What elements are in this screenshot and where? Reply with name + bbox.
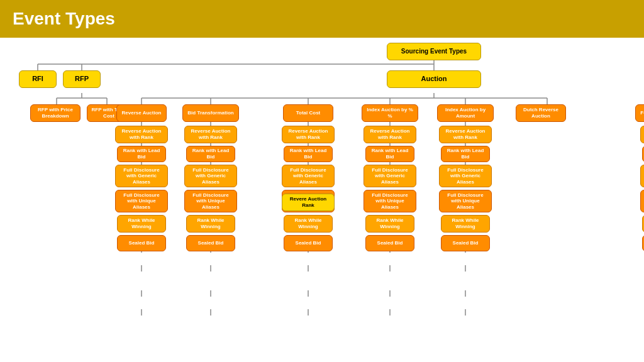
node-full-gen-3: Full Disclosure with Generic Aliases	[282, 165, 335, 187]
node-full-uniq-fa1: Full Disclosure with Unique Aliases	[640, 190, 644, 212]
node-full-gen-1: Full Disclosure with Generic Aliases	[115, 165, 168, 187]
node-ra-rank-3: Reverse Auction with Rank	[282, 126, 335, 143]
node-rfp: RFP	[63, 70, 101, 88]
node-bid-transformation: Bid Transformation	[182, 104, 239, 122]
node-full-gen-4: Full Disclosure with Generic Aliases	[364, 165, 416, 187]
header: Event Types	[0, 0, 644, 38]
node-full-uniq-5: Full Disclosure with Unique Aliases	[439, 190, 492, 212]
node-sealed-3: Sealed Bid	[284, 235, 333, 251]
diagram-area: Sourcing Event Types RFI RFP Auction For…	[0, 38, 644, 362]
node-index-pct: Index Auction by % %	[362, 104, 418, 122]
node-full-uniq-1: Full Disclosure with Unique Aliases	[115, 190, 168, 212]
node-ra-rank-1: Reverse Auction with Rank	[115, 126, 168, 143]
node-rank-lead-4: Rank with Lead Bid	[365, 146, 414, 162]
node-sealed-1: Sealed Bid	[117, 235, 166, 251]
node-ra-rank-5: Reverse Auction with Rank	[439, 126, 492, 143]
node-full-gen-fa1: Full Disclosure with Generic Aliases	[640, 165, 644, 187]
node-auction: Auction	[387, 70, 481, 88]
node-sealed-5: Sealed Bid	[441, 235, 490, 251]
node-rank-lead-1: Rank with Lead Bid	[117, 146, 166, 162]
node-total-cost: Total Cost	[283, 104, 333, 122]
node-full-gen-5: Full Disclosure with Generic Aliases	[439, 165, 492, 187]
node-forward-auction-child: Forward Auction	[635, 104, 644, 122]
node-ra-rank-2: Reverse Auction with Rank	[184, 126, 237, 143]
node-rfi: RFI	[19, 70, 57, 88]
node-full-gen-2: Full Disclosure with Generic Aliases	[184, 165, 237, 187]
node-full-uniq-2: Full Disclosure with Unique Aliases	[184, 190, 237, 212]
node-reverse-auction: Reverse Auction	[116, 104, 167, 122]
event-types-chart: Sourcing Event Types RFI RFP Auction For…	[0, 38, 644, 352]
node-revere-rank: Revere Auction Rank	[282, 194, 335, 211]
node-rank-win-5: Rank While Winning	[441, 215, 490, 233]
node-sealed-2: Sealed Bid	[186, 235, 235, 251]
node-rank-lead-5: Rank with Lead Bid	[441, 146, 490, 162]
node-index-amount: Index Auction by Amount	[437, 104, 494, 122]
node-full-uniq-4: Full Disclosure with Unique Aliases	[364, 190, 416, 212]
node-sealed-4: Sealed Bid	[365, 235, 414, 251]
node-rank-lead-3: Rank with Lead Bid	[284, 146, 333, 162]
node-ra-rank-4: Reverse Auction with Rank	[364, 126, 416, 143]
node-rank-win-1: Rank While Winning	[117, 215, 166, 233]
node-root: Sourcing Event Types	[387, 43, 481, 60]
node-rank-win-4: Rank While Winning	[365, 215, 414, 233]
page-title: Event Types	[13, 9, 115, 29]
node-rfp-price: RFP with Price Breakdown	[30, 104, 80, 122]
node-auction-rank-1: Auction with Rank	[640, 126, 644, 143]
node-rank-lead-2: Rank with Lead Bid	[186, 146, 235, 162]
node-dutch-reverse: Dutch Reverse Auction	[516, 104, 566, 122]
node-rank-win-2: Rank While Winning	[186, 215, 235, 233]
node-rank-win-3: Rank While Winning	[284, 215, 333, 233]
